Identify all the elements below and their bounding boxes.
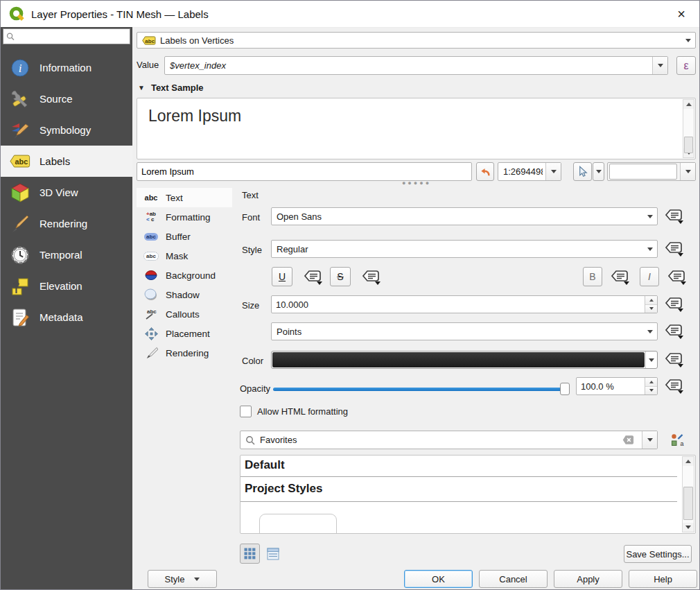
size-unit-select[interactable]: Points	[271, 322, 658, 340]
list-view-button[interactable]	[265, 546, 281, 562]
labels-panel: abc Labels on Vertices Value $vertex_ind…	[132, 27, 700, 589]
bold-override-button[interactable]	[608, 268, 631, 286]
chevron-down-icon[interactable]	[642, 431, 657, 449]
value-expression-combo[interactable]: $vertex_index	[164, 56, 668, 75]
sidebar-item-metadata[interactable]: Metadata	[1, 302, 132, 333]
scroll-down-icon[interactable]	[683, 523, 694, 532]
reset-sample-button[interactable]	[476, 162, 494, 181]
color-label: Color	[242, 356, 263, 366]
chevron-down-icon	[194, 578, 200, 581]
sidebar-item-3d-view[interactable]: 3D View	[1, 177, 132, 208]
labeling-mode-select[interactable]: abc Labels on Vertices	[137, 32, 696, 49]
chevron-down-icon[interactable]	[680, 163, 695, 180]
map-settings-button[interactable]	[573, 162, 592, 181]
sidebar-search[interactable]	[3, 28, 130, 44]
cancel-button[interactable]: Cancel	[479, 570, 548, 588]
font-select[interactable]: Open Sans	[271, 207, 658, 225]
search-icon	[245, 435, 255, 445]
opacity-spinbox[interactable]: 100.0 %	[576, 377, 658, 395]
sidebar-item-information[interactable]: i Information	[1, 52, 132, 83]
sidebar-item-source[interactable]: Source	[1, 83, 132, 114]
scroll-up-icon[interactable]	[683, 457, 694, 466]
data-defined-override-icon	[663, 296, 684, 313]
strikethrough-button[interactable]: S	[330, 267, 351, 286]
qgis-logo-icon	[9, 6, 25, 22]
italic-override-button[interactable]	[665, 268, 688, 286]
size-unit-override-button[interactable]	[662, 321, 685, 342]
close-icon[interactable]: ×	[672, 4, 691, 24]
splitter-handle[interactable]: ●●●●●	[399, 180, 434, 186]
style-list-scrollbar[interactable]	[682, 456, 694, 532]
tab-mask[interactable]: abc Mask	[137, 246, 232, 266]
font-override-button[interactable]	[662, 206, 685, 227]
sidebar-item-rendering[interactable]: Rendering	[1, 208, 132, 239]
scroll-up-icon[interactable]	[683, 100, 694, 109]
icon-view-button[interactable]	[240, 544, 260, 564]
strikethrough-override-button[interactable]	[359, 268, 383, 286]
sidebar-item-labels[interactable]: abc Labels	[1, 146, 132, 177]
spin-up-icon	[645, 296, 657, 305]
allow-html-checkbox[interactable]	[240, 406, 252, 417]
size-spinbox[interactable]: 10.0000	[271, 295, 658, 313]
sample-text-input[interactable]	[137, 162, 472, 181]
tab-background[interactable]: Background	[137, 266, 232, 285]
slider-thumb[interactable]	[560, 383, 570, 395]
extra-combo-value	[609, 164, 677, 180]
tab-rendering[interactable]: Rendering	[137, 343, 232, 363]
scale-value: 1:2694498	[503, 166, 543, 177]
style-override-button[interactable]	[662, 238, 685, 259]
style-filter-combo[interactable]: Favorites	[240, 431, 658, 449]
svg-text:abc: abc	[15, 157, 28, 166]
font-label: Font	[242, 212, 260, 223]
color-override-button[interactable]	[662, 349, 685, 370]
style-select[interactable]: Regular	[271, 240, 658, 258]
sidebar-item-symbology[interactable]: Symbology	[1, 114, 132, 146]
style-menu-button[interactable]: Style	[148, 570, 217, 588]
help-button[interactable]: Help	[629, 570, 697, 588]
tab-placement[interactable]: Placement	[137, 324, 232, 343]
italic-button[interactable]: I	[640, 267, 659, 286]
apply-button[interactable]: Apply	[554, 570, 622, 588]
allow-html-row: Allow HTML formatting	[240, 406, 348, 417]
bold-button[interactable]: B	[583, 267, 602, 286]
wrench-icon	[10, 89, 30, 110]
chevron-down-icon[interactable]	[652, 57, 667, 74]
text-sample-header[interactable]: ▼ Text Sample	[138, 83, 204, 93]
tab-callouts[interactable]: abc Callouts	[137, 304, 232, 324]
preview-scale-combo[interactable]: 1:2694498	[498, 162, 561, 181]
color-dropdown-icon[interactable]	[645, 352, 657, 368]
opacity-slider[interactable]	[273, 382, 570, 396]
scrollbar-thumb[interactable]	[684, 137, 693, 153]
style-thumbnail[interactable]	[259, 514, 337, 534]
size-override-button[interactable]	[662, 294, 685, 315]
style-group-default: Default	[245, 458, 285, 472]
sidebar-search-input[interactable]	[17, 31, 127, 42]
text-sample-title: Text Sample	[151, 83, 204, 93]
spin-buttons[interactable]	[645, 296, 657, 313]
clear-filter-icon[interactable]	[622, 435, 634, 445]
scrollbar-thumb[interactable]	[683, 487, 693, 520]
search-icon	[6, 32, 15, 41]
style-manager-button[interactable]: a	[666, 431, 690, 449]
tab-shadow[interactable]: Shadow	[137, 285, 232, 304]
ok-button[interactable]: OK	[404, 570, 473, 588]
tab-buffer[interactable]: abc Buffer	[137, 227, 232, 246]
color-button[interactable]	[271, 351, 658, 369]
spin-buttons[interactable]	[645, 378, 657, 394]
label-preview-area: Lorem Ipsum	[137, 98, 696, 159]
preview-scrollbar[interactable]	[683, 99, 694, 158]
expression-builder-button[interactable]: ε	[676, 56, 696, 75]
sidebar-item-elevation[interactable]: Elevation	[1, 270, 132, 302]
underline-override-button[interactable]	[301, 268, 324, 286]
text-icon: abc	[142, 193, 160, 202]
tab-text[interactable]: abc Text	[137, 188, 232, 207]
opacity-override-button[interactable]	[662, 376, 685, 397]
formatting-icon: +ab< c	[142, 211, 160, 223]
extra-combo[interactable]	[607, 162, 696, 181]
map-settings-dropdown[interactable]	[593, 162, 604, 181]
chevron-down-icon[interactable]	[545, 163, 561, 180]
save-settings-button[interactable]: Save Settings...	[624, 545, 692, 563]
sidebar-item-temporal[interactable]: Temporal	[1, 239, 132, 270]
underline-button[interactable]: U	[272, 267, 292, 286]
tab-formatting[interactable]: +ab< c Formatting	[137, 207, 232, 227]
